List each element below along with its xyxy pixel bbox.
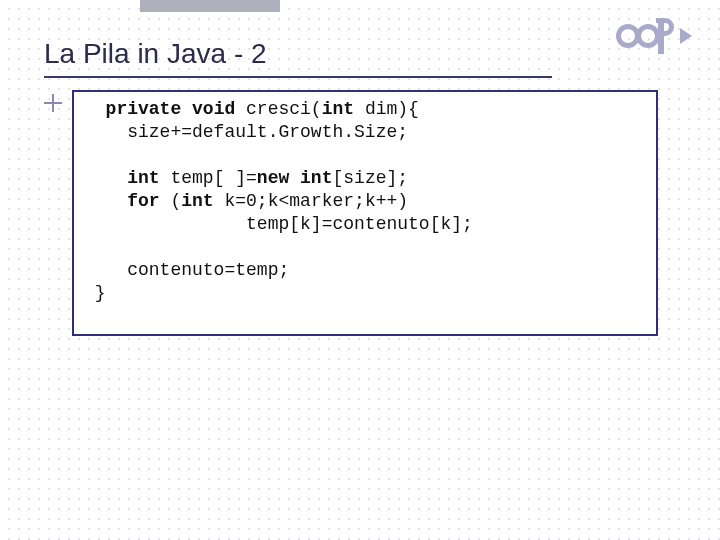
code-indent [84, 191, 127, 211]
code-line: temp[k]=contenuto[k]; [84, 214, 473, 234]
code-content: private void cresci(int dim){ size+=defa… [84, 98, 646, 305]
top-accent-bar [140, 0, 280, 12]
code-kw-private-void: private void [106, 99, 246, 119]
code-text: [size]; [332, 168, 408, 188]
code-block: private void cresci(int dim){ size+=defa… [72, 90, 658, 336]
code-kw-new-int: new int [257, 168, 333, 188]
code-line: } [84, 283, 106, 303]
code-text: temp[ ]= [170, 168, 256, 188]
code-kw-int: int [127, 168, 170, 188]
code-indent [84, 99, 106, 119]
title-underline [44, 76, 552, 78]
code-indent [84, 168, 127, 188]
code-text: k=0;k<marker;k++) [224, 191, 408, 211]
code-kw-for: for [127, 191, 170, 211]
code-kw-int: int [322, 99, 365, 119]
logo-letter-p [656, 18, 676, 54]
oop-logo [616, 18, 692, 54]
code-text: cresci( [246, 99, 322, 119]
corner-cross-icon [44, 94, 62, 112]
code-line: size+=default.Growth.Size; [84, 122, 408, 142]
slide-title: La Pila in Java - 2 [44, 38, 267, 70]
code-line: contenuto=temp; [84, 260, 289, 280]
code-text: dim){ [365, 99, 419, 119]
code-text: ( [170, 191, 181, 211]
code-kw-int: int [181, 191, 224, 211]
logo-arrow-icon [680, 28, 692, 44]
